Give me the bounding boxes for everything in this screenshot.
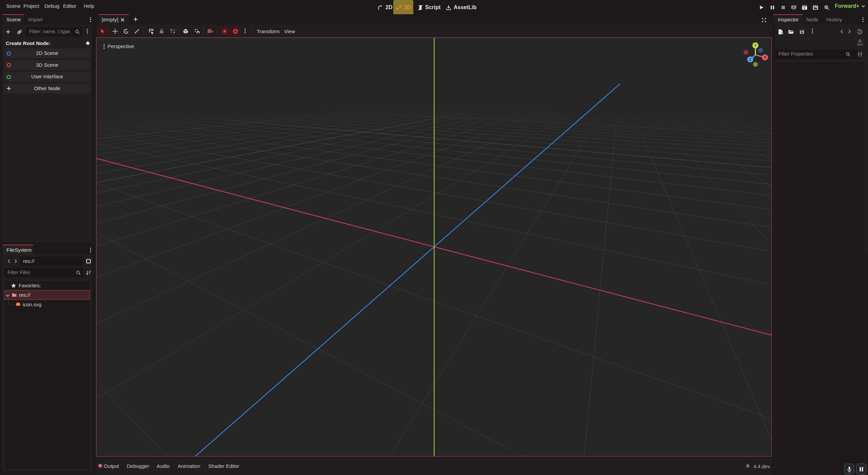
svg-text:X: X xyxy=(764,55,766,59)
svg-text:Y: Y xyxy=(754,43,757,47)
svg-text:Z: Z xyxy=(749,58,751,62)
svg-text:DOC: DOC xyxy=(857,43,863,46)
